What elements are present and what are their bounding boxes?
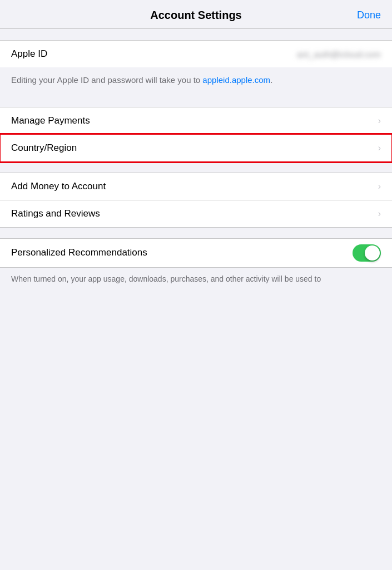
country-region-chevron: ›	[378, 143, 381, 153]
apple-id-value: ant_auth@icloud.com	[297, 50, 381, 59]
payments-section: Manage Payments › Country/Region ›	[0, 107, 392, 162]
ratings-reviews-chevron: ›	[378, 209, 381, 219]
bottom-info-text: When turned on, your app usage, download…	[11, 274, 321, 283]
personalized-recommendations-label: Personalized Recommendations	[11, 247, 147, 258]
apple-id-section: Apple ID ant_auth@icloud.com	[0, 40, 392, 68]
manage-payments-row[interactable]: Manage Payments ›	[0, 107, 392, 135]
page-title: Account Settings	[150, 9, 241, 22]
info-text-before-link: Editing your Apple ID and password will …	[11, 75, 202, 85]
ratings-reviews-right: ›	[374, 209, 381, 219]
apple-id-info-section: Editing your Apple ID and password will …	[0, 67, 392, 96]
apple-id-label: Apple ID	[11, 48, 47, 60]
personalized-recommendations-toggle[interactable]	[353, 244, 381, 262]
add-money-row[interactable]: Add Money to Account ›	[0, 173, 392, 200]
info-text-after-link: .	[270, 75, 272, 85]
manage-payments-chevron: ›	[378, 116, 381, 126]
apple-id-row: Apple ID ant_auth@icloud.com	[0, 40, 392, 68]
money-ratings-section: Add Money to Account › Ratings and Revie…	[0, 173, 392, 228]
add-money-right: ›	[374, 181, 381, 191]
recommendations-section: Personalized Recommendations	[0, 238, 392, 268]
apple-id-info-text: Editing your Apple ID and password will …	[11, 75, 272, 85]
add-money-label: Add Money to Account	[11, 181, 106, 192]
appleid-link[interactable]: appleid.apple.com	[202, 75, 270, 85]
add-money-chevron: ›	[378, 181, 381, 191]
manage-payments-label: Manage Payments	[11, 115, 90, 126]
bottom-info-section: When turned on, your app usage, download…	[0, 268, 392, 294]
toggle-knob	[365, 245, 380, 261]
country-region-label: Country/Region	[11, 142, 77, 154]
personalized-recommendations-row: Personalized Recommendations	[0, 238, 392, 268]
header: Account Settings Done	[0, 0, 392, 29]
country-region-right: ›	[374, 143, 381, 153]
done-button[interactable]: Done	[357, 9, 381, 21]
manage-payments-right: ›	[374, 116, 381, 126]
ratings-reviews-label: Ratings and Reviews	[11, 208, 100, 219]
ratings-reviews-row[interactable]: Ratings and Reviews ›	[0, 200, 392, 228]
country-region-row[interactable]: Country/Region ›	[0, 134, 392, 162]
